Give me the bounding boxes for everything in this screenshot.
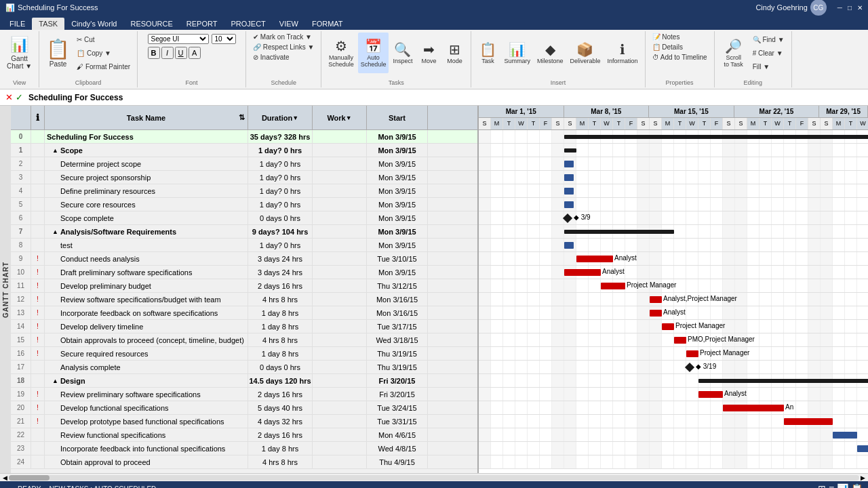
inactivate-button[interactable]: ⊘ Inactivate [250,53,292,62]
tab-file[interactable]: FILE [3,18,32,30]
auto-schedule-button[interactable]: 📅 AutoSchedule [358,33,389,73]
cancel-icon[interactable]: ✕ [5,92,13,102]
tab-resource[interactable]: RESOURCE [123,18,179,30]
cell-name[interactable]: Secure required resources [45,347,248,360]
manually-schedule-button[interactable]: ⚙ ManuallySchedule [326,33,357,73]
cell-name[interactable]: Review preliminary software specificatio… [45,388,248,401]
confirm-icon[interactable]: ✓ [16,92,23,102]
summary-button[interactable]: 📊 Summary [501,33,533,73]
gantt-bar[interactable] [662,323,674,330]
font-family-select[interactable]: Segoe UI [148,34,209,44]
table-row[interactable]: 6 Scope complete 0 days 0 hrs Mon 3/9/15 [11,211,477,225]
gantt-bar[interactable] [564,242,574,249]
gantt-bar[interactable] [601,283,625,289]
table-row[interactable]: 21 ! Develop prototype based functional … [11,415,477,428]
table-row[interactable]: 23 Incorporate feedback into functional … [11,442,477,455]
table-row[interactable]: 16 ! Secure required resources 1 day 8 h… [11,347,477,361]
paste-button[interactable]: 📋 Paste [43,33,73,73]
gantt-bar[interactable] [564,230,674,234]
cell-name[interactable]: Develop delivery timeline [45,320,248,333]
details-button[interactable]: 📋 Details [650,43,686,52]
table-row[interactable]: 20 ! Develop functional specifications 5… [11,401,477,415]
underline-button[interactable]: U [175,47,187,59]
italic-button[interactable]: I [161,47,174,59]
gantt-bar[interactable] [784,418,833,425]
cell-name[interactable]: Review functional specifications [45,428,248,441]
scroll-track[interactable] [9,475,859,481]
col-header-work[interactable]: Work ▼ [313,106,367,129]
deliverable-button[interactable]: 📦 Deliverable [567,33,603,73]
scroll-to-task-button[interactable]: 🔎 Scrollto Task [719,33,749,73]
cell-name[interactable]: ▲Analysis/Software Requirements [45,225,248,238]
clear-button[interactable]: # Clear ▼ [750,49,787,58]
font-size-select[interactable]: 10 [212,34,236,44]
gantt-bar[interactable] [650,310,662,317]
cell-name[interactable]: Develop preliminary budget [45,279,248,292]
inspect-button[interactable]: 🔍 Inspect [390,33,415,73]
cell-name[interactable]: Draft preliminary software specification… [45,266,248,279]
table-row[interactable]: 12 ! Review software specifications/budg… [11,293,477,306]
col-header-start[interactable]: Start [367,106,428,129]
information-button[interactable]: ℹ Information [605,33,641,73]
horizontal-scroll-bar[interactable]: ◀ ▶ [0,473,868,481]
tab-project[interactable]: PROJECT [224,18,272,30]
gantt-bar[interactable] [650,296,662,303]
cell-name[interactable]: Scheduling For Success [45,130,248,143]
cell-name[interactable]: Analysis complete [45,361,248,373]
gantt-bar[interactable] [674,337,686,344]
table-row[interactable]: 5 Secure core resources 1 day? 0 hrs Mon… [11,198,477,211]
copy-button[interactable]: 📋 Copy ▼ [74,49,133,58]
window-controls[interactable]: ─ □ ✕ [837,4,863,12]
gantt-bar[interactable] [723,405,784,411]
gantt-bar[interactable] [564,188,574,195]
cell-name[interactable]: ▲Design [45,374,248,387]
fill-button[interactable]: Fill ▼ [750,62,787,71]
find-button[interactable]: 🔍 Find ▼ [750,35,787,44]
table-row[interactable]: 0 Scheduling For Success 35 days? 328 hr… [11,130,477,144]
cell-name[interactable]: Conduct needs analysis [45,252,248,265]
cell-name[interactable]: Define preliminary resources [45,184,248,197]
gantt-bar[interactable] [564,269,601,276]
table-row[interactable]: 4 Define preliminary resources 1 day? 0 … [11,184,477,198]
gantt-bar[interactable] [564,201,574,208]
view-icons[interactable]: ⊞ ≡ 📊 📋 [818,483,863,488]
notes-button[interactable]: 📝 Notes [650,33,683,41]
gantt-bar[interactable] [564,135,868,139]
tab-format[interactable]: FORMAT [305,18,350,30]
table-row[interactable]: 17 Analysis complete 0 days 0 hrs Thu 3/… [11,361,477,374]
table-row[interactable]: 7 ▲Analysis/Software Requirements 9 days… [11,225,477,239]
mode-button[interactable]: ⊞ Mode [442,33,467,73]
tab-view[interactable]: VIEW [273,18,305,30]
cell-name[interactable]: Obtain approval to proceed [45,455,248,468]
gantt-bar[interactable] [698,391,723,398]
cell-name[interactable]: Secure core resources [45,198,248,211]
respect-links-button[interactable]: 🔗 Respect Links ▼ [250,43,317,52]
mark-on-track-button[interactable]: ✔ Mark on Track ▼ [250,33,315,41]
highlight-button[interactable]: A [189,47,201,59]
gantt-chart-button[interactable]: 📊 GanttChart ▼ [4,33,35,73]
col-header-name[interactable]: Task Name ⇅ [45,106,248,129]
table-row[interactable]: 10 ! Draft preliminary software specific… [11,266,477,279]
formula-bar-controls[interactable]: ✕ ✓ [5,92,23,102]
cell-name[interactable]: Develop prototype based functional speci… [45,415,248,428]
table-row[interactable]: 13 ! Incorporate feedback on software sp… [11,306,477,320]
cell-name[interactable]: ▲Scope [45,144,248,157]
cell-name[interactable]: Develop functional specifications [45,401,248,414]
task-button[interactable]: 📋 Task [475,33,500,73]
scroll-left-icon[interactable]: ◀ [3,474,7,481]
gantt-bar[interactable] [564,148,576,152]
cell-name[interactable]: Secure project sponsorship [45,171,248,184]
table-row[interactable]: 2 Determine project scope 1 day? 0 hrs M… [11,157,477,171]
scroll-right-icon[interactable]: ▶ [861,474,865,481]
gantt-bar[interactable] [698,379,868,383]
table-row[interactable]: 24 Obtain approval to proceed 4 hrs 8 hr… [11,455,477,469]
gantt-bar[interactable] [833,432,857,439]
maximize-button[interactable]: □ [848,4,852,12]
tab-report[interactable]: REPORT [180,18,224,30]
table-row[interactable]: 11 ! Develop preliminary budget 2 days 1… [11,279,477,293]
minimize-button[interactable]: ─ [837,4,842,12]
table-row[interactable]: 14 ! Develop delivery timeline 1 day 8 h… [11,320,477,333]
cell-name[interactable]: Incorporate feedback on software specifi… [45,306,248,319]
gantt-bar[interactable] [564,174,574,181]
table-row[interactable]: 8 test 1 day? 0 hrs Mon 3/9/15 [11,239,477,252]
